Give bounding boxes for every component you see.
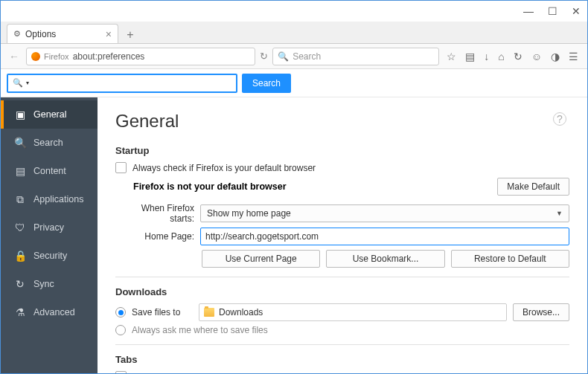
sidebar-item-general[interactable]: ▣ General: [1, 100, 98, 129]
sidebar-label: Applications: [33, 194, 83, 204]
when-starts-select[interactable]: Show my home page ▼: [200, 204, 569, 222]
search-icon: 🔍: [278, 51, 289, 62]
open-new-tab-label: Open new windows in a new tab instead: [132, 372, 292, 375]
when-starts-label: When Firefox starts:: [115, 203, 194, 224]
sidebar-item-sync[interactable]: ↻ Sync: [1, 270, 98, 298]
addon-search-bar: 🔍 ▾ Search: [1, 69, 587, 97]
gear-icon: ⚙: [13, 29, 21, 39]
sidebar-item-search[interactable]: 🔍 Search: [1, 129, 98, 157]
clipboard-icon[interactable]: ▤: [465, 51, 475, 62]
privacy-icon: 🛡: [14, 222, 26, 233]
sidebar-label: General: [33, 109, 66, 120]
sidebar-item-advanced[interactable]: ⚗ Advanced: [1, 298, 98, 326]
navigation-toolbar: ← Firefox about:preferences ↻ 🔍 Search ☆…: [1, 44, 587, 69]
sidebar-label: Content: [33, 166, 66, 176]
browse-button[interactable]: Browse...: [513, 303, 569, 321]
security-icon: 🔒: [14, 250, 26, 262]
not-default-text: Firefox is not your default browser: [133, 181, 491, 192]
separator: [115, 344, 569, 345]
separator: [115, 277, 569, 277]
restore-default-button[interactable]: Restore to Default: [451, 250, 569, 268]
maximize-button[interactable]: ☐: [547, 6, 557, 16]
applications-icon: ⧉: [14, 193, 26, 205]
sidebar-label: Privacy: [33, 222, 64, 233]
minimize-button[interactable]: —: [523, 6, 534, 16]
firefox-icon: [31, 52, 40, 61]
home-icon[interactable]: ⌂: [498, 51, 504, 62]
downloads-heading: Downloads: [115, 286, 569, 297]
downloads-folder-display: Downloads: [199, 303, 507, 321]
search-icon: 🔍: [13, 78, 23, 88]
pocket-icon[interactable]: ☺: [531, 51, 542, 62]
sync-icon: ↻: [14, 278, 26, 290]
close-window-button[interactable]: ✕: [571, 6, 581, 16]
sidebar-item-applications[interactable]: ⧉ Applications: [1, 185, 98, 213]
preferences-sidebar: ▣ General 🔍 Search ▤ Content ⧉ Applicati…: [1, 97, 98, 374]
sidebar-item-content[interactable]: ▤ Content: [1, 157, 98, 185]
address-bar[interactable]: Firefox about:preferences: [26, 48, 255, 65]
home-page-value: http://search.gogetsport.com: [205, 231, 319, 242]
shield-icon[interactable]: ◑: [551, 51, 560, 62]
open-new-tab-checkbox[interactable]: ✓: [115, 371, 127, 374]
address-text: about:preferences: [73, 51, 145, 62]
home-page-label: Home Page:: [115, 231, 194, 242]
sidebar-label: Security: [33, 251, 67, 261]
main-area: ▣ General 🔍 Search ▤ Content ⧉ Applicati…: [1, 97, 587, 374]
tab-title: Options: [25, 29, 56, 39]
always-check-checkbox[interactable]: [115, 162, 127, 173]
when-starts-value: Show my home page: [207, 208, 291, 219]
make-default-button[interactable]: Make Default: [497, 178, 569, 196]
address-brand: Firefox: [44, 52, 69, 61]
sync-icon[interactable]: ↻: [514, 51, 523, 62]
save-to-label: Save files to: [132, 307, 193, 317]
window-titlebar: — ☐ ✕: [1, 1, 587, 22]
search-placeholder: Search: [293, 51, 321, 62]
advanced-icon: ⚗: [14, 306, 26, 318]
browser-tab-bar: ⚙ Options × +: [1, 22, 587, 44]
sidebar-item-security[interactable]: 🔒 Security: [1, 242, 98, 270]
always-ask-label: Always ask me where to save files: [132, 325, 268, 335]
downloads-icon[interactable]: ↓: [484, 51, 489, 62]
preferences-content: General ? Startup Always check if Firefo…: [98, 97, 587, 374]
addon-search-input[interactable]: 🔍 ▾: [7, 74, 237, 93]
sidebar-label: Advanced: [33, 307, 75, 317]
help-icon[interactable]: ?: [553, 112, 566, 126]
sidebar-item-privacy[interactable]: 🛡 Privacy: [1, 213, 98, 242]
startup-heading: Startup: [115, 145, 569, 156]
sidebar-label: Search: [33, 138, 63, 148]
use-bookmark-button[interactable]: Use Bookmark...: [326, 250, 444, 268]
page-title: General: [115, 111, 569, 132]
dropdown-icon[interactable]: ▾: [26, 80, 29, 86]
tabs-heading: Tabs: [115, 354, 569, 365]
always-check-label: Always check if Firefox is your default …: [132, 163, 316, 173]
reload-icon[interactable]: ↻: [260, 51, 268, 62]
home-page-input[interactable]: http://search.gogetsport.com: [200, 228, 569, 245]
save-to-radio[interactable]: [115, 307, 126, 317]
chevron-down-icon: ▼: [556, 210, 563, 217]
search-box[interactable]: 🔍 Search: [272, 48, 439, 65]
general-icon: ▣: [14, 109, 26, 120]
toolbar-icons: ☆ ▤ ↓ ⌂ ↻ ☺ ◑ ☰: [442, 51, 583, 62]
search-icon: 🔍: [14, 137, 26, 149]
always-ask-radio[interactable]: [115, 325, 126, 335]
content-icon: ▤: [14, 165, 26, 177]
use-current-page-button[interactable]: Use Current Page: [202, 250, 320, 268]
sidebar-label: Sync: [33, 279, 54, 289]
downloads-folder-name: Downloads: [219, 307, 263, 317]
close-tab-icon[interactable]: ×: [106, 28, 112, 40]
new-tab-button[interactable]: +: [121, 27, 139, 43]
bookmark-icon[interactable]: ☆: [447, 51, 456, 62]
search-button[interactable]: Search: [242, 74, 291, 93]
menu-icon[interactable]: ☰: [569, 51, 578, 62]
folder-icon: [204, 308, 214, 317]
back-button[interactable]: ←: [5, 48, 23, 65]
tab-options[interactable]: ⚙ Options ×: [7, 24, 118, 43]
